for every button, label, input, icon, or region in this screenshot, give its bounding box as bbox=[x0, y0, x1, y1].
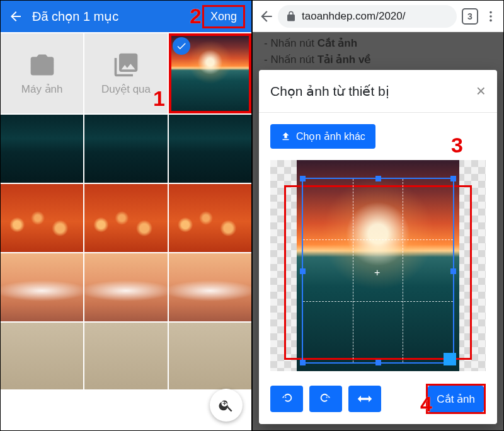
crop-button-highlight: Cắt ảnh bbox=[426, 384, 486, 414]
swap-horiz-icon bbox=[357, 393, 373, 405]
check-icon bbox=[176, 40, 187, 52]
svg-point-1 bbox=[490, 15, 492, 18]
upload-icon bbox=[280, 131, 291, 142]
camera-tile[interactable]: Máy ảnh bbox=[1, 33, 83, 113]
crop-button-label: Cắt ảnh bbox=[437, 393, 475, 406]
done-highlight: Xong bbox=[202, 5, 245, 28]
crop-button[interactable]: Cắt ảnh bbox=[428, 386, 484, 412]
image-stack-icon bbox=[112, 51, 140, 79]
photo-thumb[interactable] bbox=[84, 115, 167, 183]
crop-handle[interactable] bbox=[300, 268, 306, 274]
url-bar[interactable]: taoanhdep.com/2020/ bbox=[278, 5, 457, 28]
photo-thumb[interactable] bbox=[169, 115, 251, 183]
photo-selected[interactable] bbox=[169, 33, 251, 113]
flip-button[interactable] bbox=[348, 386, 381, 412]
lock-icon bbox=[285, 11, 297, 22]
crop-stage[interactable]: + bbox=[270, 160, 486, 371]
selected-badge bbox=[173, 37, 190, 55]
photo-thumb[interactable] bbox=[84, 253, 167, 321]
camera-label: Máy ảnh bbox=[21, 83, 63, 96]
picker-title: Đã chọn 1 mục bbox=[25, 9, 202, 24]
camera-icon bbox=[28, 51, 56, 79]
modal-close-button[interactable]: × bbox=[476, 81, 486, 101]
photo-thumb[interactable] bbox=[1, 115, 83, 183]
photo-thumb[interactable] bbox=[169, 253, 251, 321]
photo-thumb[interactable] bbox=[169, 184, 251, 252]
modal-actions: Cắt ảnh bbox=[259, 377, 497, 424]
crop-handle[interactable] bbox=[375, 176, 381, 181]
rotate-left-button[interactable] bbox=[270, 386, 303, 412]
back-button[interactable] bbox=[7, 9, 25, 24]
picker-header: Đã chọn 1 mục Xong bbox=[1, 1, 251, 32]
crop-handle[interactable] bbox=[300, 176, 306, 181]
done-button[interactable]: Xong bbox=[204, 7, 243, 26]
browser-menu-button[interactable] bbox=[483, 9, 498, 23]
kebab-icon bbox=[484, 9, 498, 23]
crop-handle[interactable] bbox=[450, 268, 456, 274]
modal-body: Chọn ảnh khác + bbox=[259, 113, 497, 377]
svg-point-2 bbox=[490, 19, 492, 21]
modal-header: Chọn ảnh từ thiết bị × bbox=[259, 70, 497, 113]
tab-switcher[interactable]: 3 bbox=[462, 8, 478, 25]
photo-thumb[interactable] bbox=[1, 253, 83, 321]
photo-thumb[interactable] bbox=[169, 323, 251, 389]
crop-selection[interactable]: + bbox=[302, 178, 454, 364]
photo-thumb[interactable] bbox=[1, 323, 83, 389]
crop-handle[interactable] bbox=[300, 360, 306, 365]
crop-handle[interactable] bbox=[444, 353, 456, 365]
zoom-in-icon bbox=[218, 397, 234, 413]
photo-thumb[interactable] bbox=[1, 184, 83, 252]
choose-other-button[interactable]: Chọn ảnh khác bbox=[270, 124, 375, 149]
rotate-left-icon bbox=[280, 392, 294, 406]
svg-point-0 bbox=[490, 11, 492, 13]
gallery-picker-screen: Đã chọn 1 mục Xong Máy ảnh Duyệt qua bbox=[1, 1, 251, 430]
arrow-left-icon bbox=[8, 9, 23, 24]
photo-thumb[interactable] bbox=[84, 184, 167, 252]
photo-grid: Máy ảnh Duyệt qua bbox=[1, 32, 251, 389]
arrow-left-icon bbox=[258, 8, 275, 25]
browser-back-button[interactable] bbox=[255, 8, 278, 25]
url-text: taoanhdep.com/2020/ bbox=[302, 10, 405, 23]
browse-tile[interactable]: Duyệt qua bbox=[84, 33, 167, 113]
crop-handle[interactable] bbox=[450, 176, 456, 181]
zoom-fab[interactable] bbox=[210, 389, 243, 422]
photo-thumb[interactable] bbox=[84, 323, 167, 389]
browse-label: Duyệt qua bbox=[101, 83, 151, 96]
rotate-right-icon bbox=[319, 392, 333, 406]
modal-title: Chọn ảnh từ thiết bị bbox=[270, 84, 389, 99]
crop-center-icon: + bbox=[374, 267, 380, 279]
rotate-right-button[interactable] bbox=[309, 386, 342, 412]
choose-other-label: Chọn ảnh khác bbox=[296, 130, 365, 142]
crop-handle[interactable] bbox=[375, 360, 381, 365]
crop-modal: Chọn ảnh từ thiết bị × Chọn ảnh khác + bbox=[259, 70, 497, 424]
browser-toolbar: taoanhdep.com/2020/ 3 bbox=[253, 1, 503, 32]
browser-screen: taoanhdep.com/2020/ 3 - Nhấn nút Cắt ảnh… bbox=[253, 1, 503, 430]
